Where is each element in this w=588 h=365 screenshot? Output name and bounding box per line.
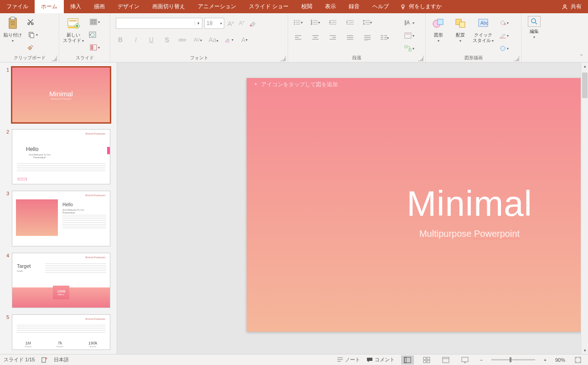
slide-subtitle[interactable]: Multipurpose Powerpoint xyxy=(247,229,588,239)
scroll-up-icon[interactable]: ▴ xyxy=(581,63,588,70)
align-right-button[interactable] xyxy=(328,33,337,42)
bold-button[interactable]: B xyxy=(116,35,125,44)
shadow-button[interactable]: S xyxy=(162,35,171,44)
slide-counter[interactable]: スライド 1/15 xyxy=(4,356,35,363)
slide-editor[interactable]: アイコンをタップして図を追加 Minimal Multipurpose Powe… xyxy=(117,63,588,354)
zoom-in-button[interactable]: + xyxy=(542,357,549,363)
drawing-group-label: 図形描画 xyxy=(464,55,483,61)
zoom-level[interactable]: 90% xyxy=(555,357,565,363)
language-indicator[interactable]: 日本語 xyxy=(54,356,69,363)
strikethrough-button[interactable]: abc xyxy=(178,35,187,44)
thumb-number: 2 xyxy=(4,129,9,185)
tab-help[interactable]: ヘルプ xyxy=(366,0,395,13)
layout-button[interactable]: ▾ xyxy=(87,17,103,27)
align-center-button[interactable] xyxy=(311,33,320,42)
normal-view-button[interactable] xyxy=(401,355,414,365)
italic-button[interactable]: I xyxy=(131,35,140,44)
align-left-button[interactable] xyxy=(294,33,303,42)
svg-rect-5 xyxy=(10,23,15,23)
scroll-down-icon[interactable]: ▾ xyxy=(581,347,588,354)
stat-label: Retweet xyxy=(88,345,98,348)
svg-rect-3 xyxy=(10,17,15,20)
cut-button[interactable] xyxy=(25,17,36,27)
tab-slideshow[interactable]: スライド ショー xyxy=(242,0,295,13)
sorter-view-button[interactable] xyxy=(420,355,433,365)
copy-button[interactable]: ▾ xyxy=(25,30,41,40)
underline-button[interactable]: U xyxy=(147,35,156,44)
arrange-button[interactable]: 配置▾ xyxy=(450,15,470,43)
font-size-combo[interactable]: 18▾ xyxy=(204,18,224,29)
tell-me-search[interactable]: 何をしますか xyxy=(395,0,446,13)
smartart-button[interactable]: ▾ xyxy=(401,43,418,53)
tab-insert[interactable]: 挿入 xyxy=(64,0,88,13)
slide-thumbnail-3[interactable]: Minimal Powerpoint Hello And Welcome To … xyxy=(12,191,110,246)
columns-button[interactable]: ▾ xyxy=(380,33,389,42)
tab-design[interactable]: デザイン xyxy=(111,0,146,13)
scroll-thumb[interactable] xyxy=(582,73,588,98)
vertical-scrollbar[interactable]: ▴ ▾ xyxy=(581,63,588,354)
collapse-ribbon-icon[interactable]: ⌃ xyxy=(579,53,583,59)
zoom-out-button[interactable]: − xyxy=(478,357,485,363)
comments-toggle[interactable]: コメント xyxy=(366,356,395,363)
text-direction-button[interactable]: ‖A▾ xyxy=(401,18,418,28)
section-button[interactable]: ▾ xyxy=(87,42,103,52)
slide-thumbnail-5[interactable]: Minimal Powerpoint 1MRetweet 7kRetweet 1… xyxy=(12,314,110,350)
tab-draw[interactable]: 描画 xyxy=(88,0,111,13)
reading-view-button[interactable] xyxy=(439,355,452,365)
increase-indent-button[interactable] xyxy=(346,18,355,27)
spellcheck-icon[interactable] xyxy=(41,357,47,363)
stat-value: 1M xyxy=(25,341,32,345)
shape-effects-button[interactable]: ▾ xyxy=(496,43,512,53)
tab-recording[interactable]: 録音 xyxy=(342,0,366,13)
reset-button[interactable] xyxy=(87,30,98,40)
font-name-combo[interactable]: ▾ xyxy=(116,18,202,29)
smartart-icon xyxy=(404,45,412,52)
format-painter-button[interactable] xyxy=(25,42,36,52)
increase-font-button[interactable]: A▴ xyxy=(226,19,235,28)
char-spacing-button[interactable]: AV▾ xyxy=(193,35,202,44)
tab-transitions[interactable]: 画面切り替え xyxy=(146,0,191,13)
shapes-button[interactable]: 図形▾ xyxy=(428,15,449,43)
tab-home[interactable]: ホーム xyxy=(35,0,64,13)
decrease-indent-button[interactable] xyxy=(328,18,337,27)
dialog-launcher-icon[interactable] xyxy=(514,56,519,61)
font-color-button[interactable]: A▾ xyxy=(240,35,249,44)
thumb-sub: Goals xyxy=(17,270,23,272)
distributed-button[interactable] xyxy=(363,33,372,42)
dialog-launcher-icon[interactable] xyxy=(418,56,423,61)
clear-formatting-button[interactable] xyxy=(248,19,257,28)
line-spacing-button[interactable]: ▾ xyxy=(363,18,372,27)
placeholder-hint[interactable]: アイコンをタップして図を追加 xyxy=(255,81,338,89)
fit-to-window-button[interactable] xyxy=(572,355,584,365)
slide-thumbnail-4[interactable]: Minimal Powerpoint Target Goals 100$Mill… xyxy=(12,253,110,308)
shape-outline-button[interactable]: ▾ xyxy=(496,31,512,41)
change-case-button[interactable]: Aa▾ xyxy=(209,35,218,44)
tab-animations[interactable]: アニメーション xyxy=(191,0,242,13)
align-text-button[interactable]: ▾ xyxy=(401,31,418,41)
tab-view[interactable]: 表示 xyxy=(319,0,342,13)
dialog-launcher-icon[interactable] xyxy=(280,56,286,61)
slide-canvas[interactable]: アイコンをタップして図を追加 Minimal Multipurpose Powe… xyxy=(247,78,588,332)
slide-thumbnail-1[interactable]: MinimalMultipurpose Powerpoint xyxy=(12,67,110,123)
slide-title[interactable]: Minimal xyxy=(247,183,588,224)
zoom-slider[interactable] xyxy=(491,359,535,360)
notes-toggle[interactable]: ノート xyxy=(337,356,360,363)
align-right-icon xyxy=(330,35,336,41)
editing-button[interactable]: 編集▾ xyxy=(525,15,543,40)
slide-thumbnail-pane[interactable]: 1 MinimalMultipurpose Powerpoint 2 Minim… xyxy=(0,63,117,354)
tab-review[interactable]: 校閲 xyxy=(295,0,319,13)
paste-button[interactable]: 貼り付け▾ xyxy=(3,15,23,43)
tab-file[interactable]: ファイル xyxy=(0,0,35,13)
dialog-launcher-icon[interactable] xyxy=(52,56,57,61)
justify-button[interactable] xyxy=(346,33,355,42)
numbering-button[interactable]: 123▾ xyxy=(311,18,320,27)
quick-styles-button[interactable]: Abc クイック スタイル ▾ xyxy=(472,15,494,43)
shape-fill-button[interactable]: ▾ xyxy=(496,18,512,28)
slide-thumbnail-2[interactable]: Minimal Powerpoint Hello And Welcome To … xyxy=(12,129,110,185)
highlight-button[interactable]: ▾ xyxy=(224,35,233,44)
slideshow-view-button[interactable] xyxy=(459,355,471,365)
new-slide-button[interactable]: 新しい スライド ▾ xyxy=(62,15,85,43)
decrease-font-button[interactable]: A▾ xyxy=(237,19,246,28)
share-button[interactable]: 共有 xyxy=(555,0,588,13)
bullets-button[interactable]: ▾ xyxy=(294,18,303,27)
